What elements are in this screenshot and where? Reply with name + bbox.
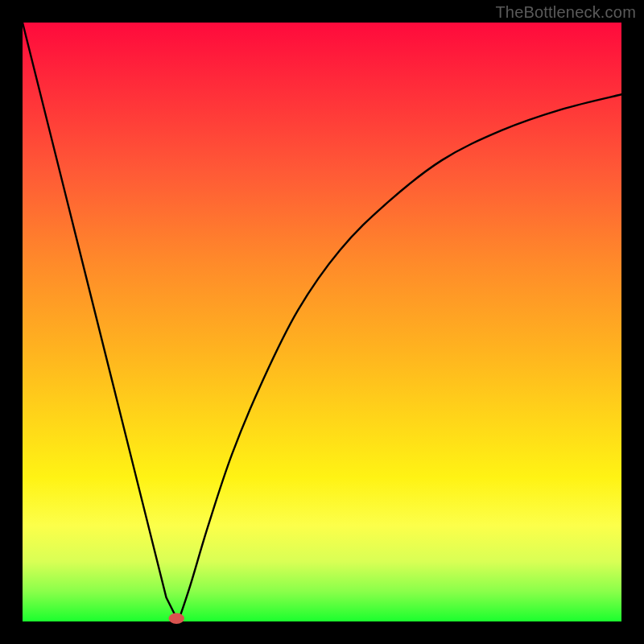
chart-frame: TheBottleneck.com (0, 0, 644, 644)
plot-area (23, 23, 621, 621)
curve-left-branch (23, 23, 178, 621)
watermark-text: TheBottleneck.com (495, 3, 636, 22)
minimum-marker (169, 613, 184, 624)
curve-right-branch (178, 94, 621, 621)
curve-layer (23, 23, 621, 621)
